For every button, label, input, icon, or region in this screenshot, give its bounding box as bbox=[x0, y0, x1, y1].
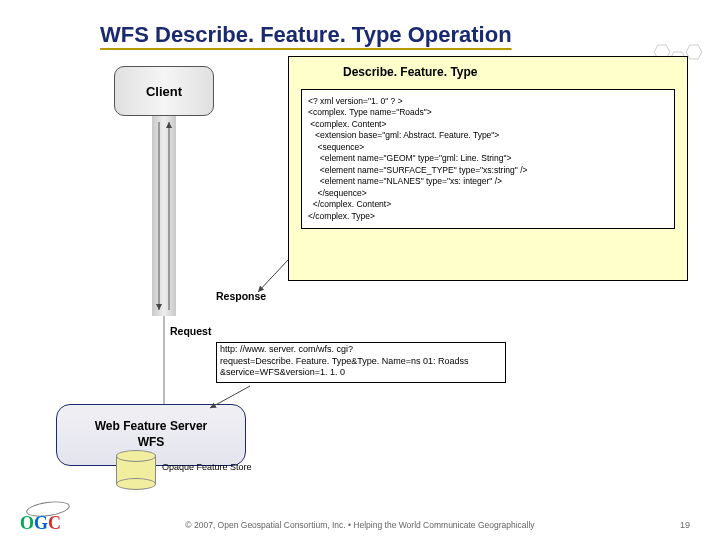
request-label: Request bbox=[170, 325, 211, 337]
footer-text: © 2007, Open Geospatial Consortium, Inc.… bbox=[0, 520, 720, 530]
store-label: Opaque Feature Store bbox=[162, 462, 252, 472]
xml-response-panel: Describe. Feature. Type <? xml version="… bbox=[288, 56, 688, 281]
url-line: http: //www. server. com/wfs. cgi? bbox=[220, 344, 502, 356]
xml-body: <? xml version="1. 0" ? > <complex. Type… bbox=[301, 89, 675, 229]
client-label: Client bbox=[146, 84, 182, 99]
url-line: &service=WFS&version=1. 1. 0 bbox=[220, 367, 502, 379]
page-title: WFS Describe. Feature. Type Operation bbox=[100, 22, 512, 48]
wfs-line1: Web Feature Server bbox=[95, 419, 208, 435]
wfs-line2: WFS bbox=[138, 435, 165, 451]
xml-panel-title: Describe. Feature. Type bbox=[289, 57, 687, 85]
request-url-box: http: //www. server. com/wfs. cgi? reque… bbox=[216, 342, 506, 383]
client-node: Client bbox=[114, 66, 214, 116]
url-line: request=Describe. Feature. Type&Type. Na… bbox=[220, 356, 502, 368]
datastore-cylinder-icon bbox=[116, 450, 156, 490]
page-number: 19 bbox=[680, 520, 690, 530]
response-label: Response bbox=[216, 290, 266, 302]
svg-marker-3 bbox=[686, 45, 702, 59]
svg-rect-4 bbox=[152, 116, 176, 316]
svg-line-8 bbox=[258, 260, 288, 292]
